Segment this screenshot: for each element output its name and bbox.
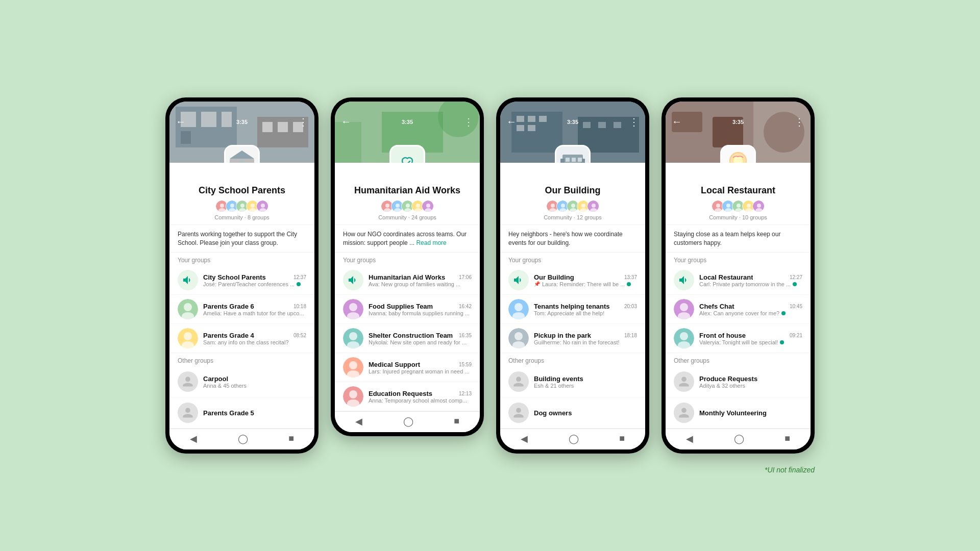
svg-point-135 (680, 303, 688, 311)
read-more-link[interactable]: Read more (416, 239, 446, 246)
other-group-item[interactable]: Dog owners (500, 397, 645, 429)
chat-preview: Carl: Private party tomorrow in the ... (699, 281, 802, 287)
member-avatars (178, 200, 306, 212)
group-avatar-wrapper (555, 145, 591, 163)
chat-row: Pickup in the park 18:18 (534, 332, 637, 339)
chat-time: 12:27 (790, 274, 802, 280)
chat-content: Pickup in the park 18:18 Guilherme: No r… (534, 332, 637, 345)
chat-name: Parents Grade 6 (203, 303, 254, 310)
chat-time: 12:13 (459, 391, 472, 396)
other-groups-header: Other groups (500, 353, 645, 366)
svg-point-51 (416, 204, 420, 208)
chat-time: 10:18 (293, 304, 306, 309)
back-button[interactable]: ← (672, 116, 682, 128)
group-avatar (555, 145, 591, 163)
more-options-button[interactable]: ⋮ (463, 116, 474, 128)
member-avatar (256, 200, 268, 212)
chat-name: Humanitarian Aid Works (369, 273, 445, 281)
chat-item[interactable]: Tenants helping tenants 20:03 Tom: Appre… (500, 295, 645, 324)
svg-rect-83 (566, 158, 570, 162)
svg-point-106 (514, 303, 523, 311)
chat-item[interactable]: Shelter Construction Team 16:35 Nykolai:… (335, 324, 480, 353)
chat-item[interactable]: Chefs Chat 10:45 Alex: Can anyone cover … (666, 295, 811, 324)
other-group-avatar (508, 403, 529, 423)
svg-point-97 (571, 204, 575, 208)
chat-preview: Alex: Can anyone cover for me? (699, 310, 802, 316)
svg-point-91 (551, 204, 555, 208)
nav-home-icon[interactable]: ◯ (734, 433, 744, 444)
nav-home-icon[interactable]: ◯ (238, 433, 248, 444)
chat-row: Humanitarian Aid Works 17:06 (369, 273, 472, 281)
chat-time: 08:52 (293, 333, 306, 338)
nav-back-icon[interactable]: ◀ (521, 433, 528, 444)
preview-text: Lars: Injured pregnant woman in need ... (369, 368, 470, 374)
other-group-name: Parents Grade 5 (203, 409, 306, 417)
chat-name: Parents Grade 4 (203, 332, 254, 339)
chat-item[interactable]: Humanitarian Aid Works 17:06 Ava: New gr… (335, 266, 480, 295)
other-group-avatar (674, 403, 694, 423)
svg-point-123 (726, 204, 730, 208)
group-description: Hey neighbors - here's how we coordinate… (500, 225, 645, 253)
nav-bar: ◀ ◯ ■ (666, 429, 811, 449)
nav-recents-icon[interactable]: ■ (619, 433, 625, 444)
chat-item[interactable]: Education Requests 12:13 Anna: Temporary… (335, 382, 480, 411)
other-group-item[interactable]: Carpool Anna & 45 others (169, 366, 314, 397)
nav-home-icon[interactable]: ◯ (569, 433, 579, 444)
phone-inner: ← 3:35 ⋮ Local Restaurant Community · 10… (666, 102, 811, 450)
nav-back-icon[interactable]: ◀ (355, 416, 362, 427)
speaker-avatar (508, 270, 529, 290)
more-options-button[interactable]: ⋮ (298, 116, 308, 128)
chat-item[interactable]: Food Supplies Team 16:42 Ivanna: baby fo… (335, 295, 480, 324)
chat-item[interactable]: Our Building 13:37 📌Laura: Reminder: The… (500, 266, 645, 295)
chat-content: Chefs Chat 10:45 Alex: Can anyone cover … (699, 303, 802, 316)
chat-item[interactable]: Front of house 09:21 Valeryia: Tonight w… (666, 324, 811, 353)
svg-point-19 (230, 204, 234, 208)
nav-recents-icon[interactable]: ■ (288, 433, 294, 444)
chat-preview: Amelia: Have a math tutor for the upco..… (203, 310, 306, 316)
preview-text: Amelia: Have a math tutor for the upco..… (203, 310, 304, 316)
chat-preview: Tom: Appreciate all the help! (534, 310, 637, 316)
chat-item[interactable]: Parents Grade 4 08:52 Sam: any info on t… (169, 324, 314, 353)
phone-city-school: ← 3:35 ⋮ City School Parents Community ·… (165, 97, 318, 454)
online-dot (297, 282, 301, 286)
more-options-button[interactable]: ⋮ (629, 116, 639, 128)
chat-time: 16:42 (459, 304, 472, 309)
chat-time: 09:21 (790, 333, 802, 338)
back-button[interactable]: ← (506, 116, 517, 128)
other-group-avatar (508, 371, 529, 392)
other-group-item[interactable]: Produce Requests Aditya & 32 others (666, 366, 811, 397)
chat-item[interactable]: City School Parents 12:37 José: Parent/T… (169, 266, 314, 295)
chat-preview: Anna: Temporary school almost comp... (369, 397, 472, 404)
member-avatars (343, 200, 472, 212)
other-group-item[interactable]: Building events Esh & 21 others (500, 366, 645, 397)
other-group-item[interactable]: Parents Grade 5 (169, 397, 314, 429)
nav-recents-icon[interactable]: ■ (454, 416, 459, 427)
other-group-item[interactable]: Monthly Volunteering (666, 397, 811, 429)
svg-point-109 (514, 332, 523, 340)
chat-item[interactable]: Pickup in the park 18:18 Guilherme: No r… (500, 324, 645, 353)
chat-content: Education Requests 12:13 Anna: Temporary… (369, 390, 472, 404)
nav-home-icon[interactable]: ◯ (403, 416, 413, 427)
other-group-name: Produce Requests (699, 375, 802, 383)
nav-bar: ◀ ◯ ■ (500, 429, 645, 449)
other-group-info: Carpool Anna & 45 others (203, 375, 306, 389)
preview-text: Valeryia: Tonight will be special! (699, 339, 778, 345)
chat-item[interactable]: Parents Grade 6 10:18 Amelia: Have a mat… (169, 295, 314, 324)
status-time: 3:35 (236, 119, 248, 125)
more-options-button[interactable]: ⋮ (794, 116, 804, 128)
svg-point-138 (680, 332, 688, 340)
svg-point-132 (757, 204, 761, 208)
nav-back-icon[interactable]: ◀ (190, 433, 197, 444)
other-group-name: Carpool (203, 375, 306, 383)
nav-back-icon[interactable]: ◀ (686, 433, 693, 444)
group-avatar (720, 145, 756, 163)
chat-time: 20:03 (624, 304, 637, 309)
chat-item[interactable]: Medical Support 15:59 Lars: Injured preg… (335, 353, 480, 382)
chat-item[interactable]: Local Restaurant 12:27 Carl: Private par… (666, 266, 811, 295)
chat-preview: Sam: any info on the class recital? (203, 339, 306, 345)
back-button[interactable]: ← (341, 116, 351, 128)
chat-time: 17:06 (459, 274, 472, 280)
svg-point-94 (561, 204, 565, 208)
nav-recents-icon[interactable]: ■ (785, 433, 790, 444)
back-button[interactable]: ← (176, 116, 186, 128)
